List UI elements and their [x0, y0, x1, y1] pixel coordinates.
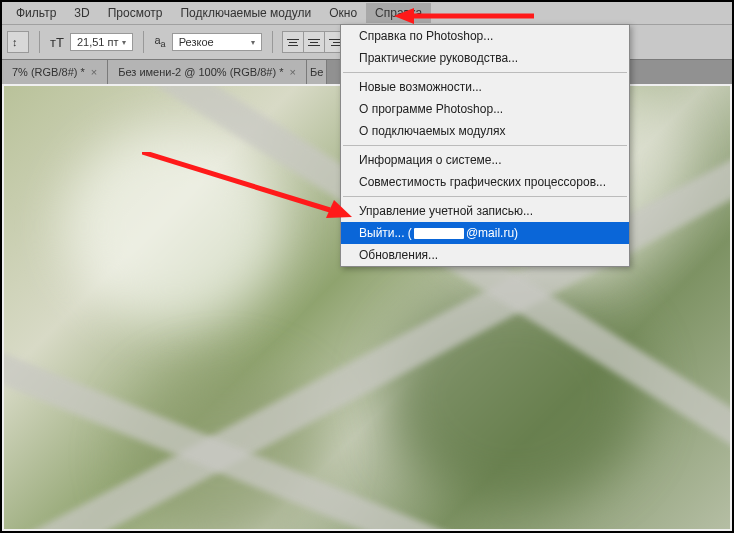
menu-item-gpu-compat[interactable]: Совместимость графических процессоров...	[341, 171, 629, 193]
svg-line-3	[142, 152, 330, 210]
menubar: Фильтр 3D Просмотр Подключаемые модули О…	[2, 2, 732, 24]
svg-marker-2	[394, 8, 414, 24]
align-center-button[interactable]	[303, 31, 325, 53]
font-size-field[interactable]: 21,51 пт ▾	[70, 33, 134, 51]
antialias-label: aa	[154, 34, 165, 49]
font-size-icon: тТ	[50, 35, 64, 50]
menu-separator	[343, 72, 627, 73]
align-left-button[interactable]	[282, 31, 304, 53]
menu-item-whats-new[interactable]: Новые возможности...	[341, 76, 629, 98]
menu-item-tutorials[interactable]: Практические руководства...	[341, 47, 629, 69]
tab-doc-3[interactable]: Бе	[307, 60, 327, 84]
svg-text:↕: ↕	[12, 36, 18, 48]
tab-label: 7% (RGB/8#) *	[12, 66, 85, 78]
help-dropdown-menu: Справка по Photoshop... Практические рук…	[340, 24, 630, 267]
tab-doc-2[interactable]: Без имени-2 @ 100% (RGB/8#) * ×	[108, 60, 307, 84]
menu-separator	[343, 145, 627, 146]
menu-3d[interactable]: 3D	[65, 3, 98, 23]
close-icon[interactable]: ×	[289, 66, 295, 78]
text-align-group	[283, 31, 346, 53]
chevron-down-icon: ▾	[251, 38, 255, 47]
menu-item-system-info[interactable]: Информация о системе...	[341, 149, 629, 171]
close-icon[interactable]: ×	[91, 66, 97, 78]
menu-item-photoshop-help[interactable]: Справка по Photoshop...	[341, 25, 629, 47]
menu-item-about-photoshop[interactable]: О программе Photoshop...	[341, 98, 629, 120]
menu-view[interactable]: Просмотр	[99, 3, 172, 23]
redacted-email	[414, 228, 464, 239]
tab-label: Без имени-2 @ 100% (RGB/8#) *	[118, 66, 283, 78]
menu-separator	[343, 196, 627, 197]
annotation-arrow-signout	[142, 152, 352, 227]
sign-out-label: Выйти... (	[359, 226, 412, 240]
tab-label: Бе	[310, 66, 323, 78]
menu-item-sign-out[interactable]: Выйти... (@mail.ru)	[341, 222, 629, 244]
menu-filter[interactable]: Фильтр	[7, 3, 65, 23]
menu-plugins[interactable]: Подключаемые модули	[171, 3, 320, 23]
text-orientation-button[interactable]: ↕	[7, 31, 29, 53]
menu-window[interactable]: Окно	[320, 3, 366, 23]
chevron-down-icon: ▾	[122, 38, 126, 47]
menu-item-updates[interactable]: Обновления...	[341, 244, 629, 266]
annotation-arrow-top	[394, 6, 534, 26]
menu-item-about-plugins[interactable]: О подключаемых модулях	[341, 120, 629, 142]
sign-out-email-domain: @mail.ru)	[466, 226, 518, 240]
antialias-dropdown[interactable]: Резкое ▾	[172, 33, 262, 51]
tab-doc-1[interactable]: 7% (RGB/8#) * ×	[2, 60, 108, 84]
menu-item-manage-account[interactable]: Управление учетной записью...	[341, 200, 629, 222]
